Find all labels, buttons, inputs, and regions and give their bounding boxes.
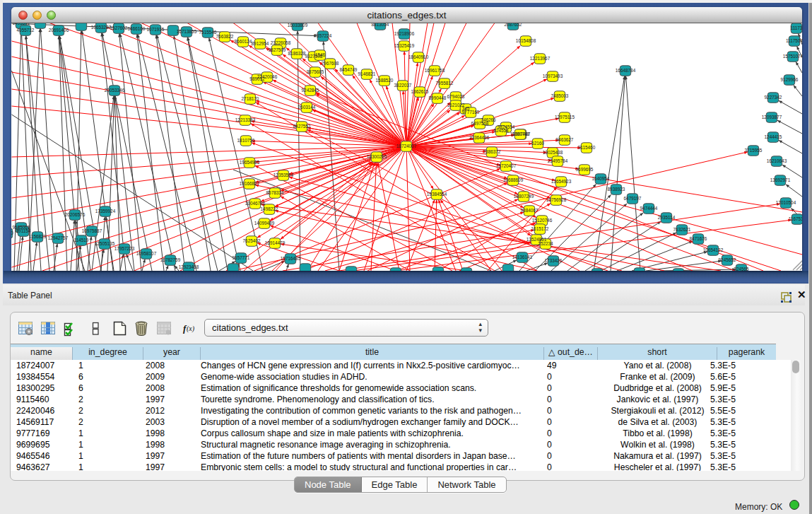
svg-text:16033809: 16033809 (288, 23, 308, 28)
svg-text:12505135: 12505135 (95, 241, 115, 246)
svg-text:9384067: 9384067 (521, 208, 539, 213)
svg-text:1810756: 1810756 (237, 138, 255, 143)
svg-text:9146821: 9146821 (358, 71, 376, 76)
svg-text:2967608: 2967608 (322, 61, 339, 66)
svg-text:1546: 1546 (315, 52, 326, 57)
svg-text:7485003: 7485003 (551, 93, 569, 98)
svg-text:7632621: 7632621 (673, 227, 691, 232)
svg-text:16210643: 16210643 (767, 158, 787, 163)
svg-text:624554: 624554 (493, 128, 509, 133)
svg-text:18724007: 18724007 (396, 144, 417, 148)
svg-text:3875685: 3875685 (307, 69, 324, 74)
svg-text:20364436: 20364436 (469, 135, 490, 140)
svg-text:9657771: 9657771 (233, 255, 250, 260)
svg-text:10807487: 10807487 (510, 132, 531, 136)
svg-text:10975887: 10975887 (82, 228, 102, 233)
svg-text:19654985: 19654985 (240, 160, 260, 165)
svg-text:15751074: 15751074 (783, 54, 802, 59)
svg-text:10046786: 10046786 (245, 201, 266, 206)
svg-text:16713855: 16713855 (177, 29, 197, 34)
svg-text:1071915: 1071915 (147, 27, 165, 32)
svg-text:19166827: 19166827 (240, 181, 260, 186)
svg-text:7515546: 7515546 (199, 30, 217, 35)
svg-text:14136141: 14136141 (512, 255, 533, 259)
svg-text:1588520: 1588520 (376, 78, 394, 83)
svg-text:9777169: 9777169 (462, 110, 480, 115)
svg-text:8912954: 8912954 (252, 41, 269, 46)
svg-text:16648784: 16648784 (616, 68, 636, 73)
svg-text:8990448: 8990448 (429, 95, 447, 100)
svg-text:8454749: 8454749 (340, 67, 358, 72)
svg-text:11173: 11173 (791, 25, 802, 30)
svg-text:18300295: 18300295 (367, 154, 387, 159)
svg-text:924565: 924565 (734, 267, 749, 271)
svg-text:4055712: 4055712 (17, 28, 35, 33)
svg-text:19384554: 19384554 (427, 192, 447, 197)
svg-text:8427552: 8427552 (293, 124, 311, 129)
svg-text:9827509: 9827509 (269, 47, 286, 52)
svg-text:1362615: 1362615 (411, 89, 429, 94)
svg-text:10025438: 10025438 (543, 150, 563, 155)
svg-text:6794028: 6794028 (447, 94, 465, 99)
svg-text:15720407: 15720407 (496, 163, 517, 168)
svg-text:17957223: 17957223 (114, 246, 135, 251)
svg-text:252234: 252234 (538, 241, 553, 246)
svg-text:1527602: 1527602 (110, 25, 128, 30)
svg-text:18807249: 18807249 (514, 194, 534, 199)
svg-text:10154808: 10154808 (516, 38, 536, 43)
svg-text:15716485: 15716485 (281, 256, 301, 261)
svg-text:12213967: 12213967 (530, 56, 551, 61)
svg-text:2935114: 2935114 (658, 215, 676, 220)
svg-text:23226058: 23226058 (271, 40, 291, 45)
svg-text:20053346: 20053346 (105, 88, 125, 93)
svg-text:9474444: 9474444 (640, 206, 658, 211)
svg-text:15120746: 15120746 (532, 218, 553, 223)
svg-text:7357224: 7357224 (314, 33, 332, 38)
svg-text:9227342: 9227342 (765, 95, 782, 100)
svg-text:1498222: 1498222 (261, 206, 278, 211)
svg-text:95850: 95850 (11, 230, 13, 235)
svg-text:9699695: 9699695 (576, 167, 594, 172)
svg-text:6466160: 6466160 (128, 26, 146, 31)
svg-text:16961758: 16961758 (425, 68, 445, 73)
svg-text:18640910: 18640910 (408, 54, 429, 59)
svg-text:9115460: 9115460 (578, 145, 596, 150)
svg-text:7625402: 7625402 (243, 238, 261, 243)
svg-text:22420046: 22420046 (257, 74, 278, 79)
svg-text:10958107: 10958107 (136, 251, 157, 256)
svg-text:23495784: 23495784 (548, 158, 568, 163)
svg-text:2718170: 2718170 (242, 96, 259, 101)
svg-text:7663822: 7663822 (216, 34, 234, 39)
svg-text:16914479: 16914479 (265, 240, 286, 245)
svg-text:9463627: 9463627 (556, 137, 574, 142)
svg-text:391154: 391154 (16, 228, 31, 233)
svg-text:3822037: 3822037 (394, 83, 412, 88)
svg-text:12923468: 12923468 (179, 264, 199, 269)
svg-text:20691406: 20691406 (49, 28, 69, 33)
svg-text:3715955: 3715955 (745, 148, 763, 153)
svg-text:10688609: 10688609 (503, 177, 524, 182)
svg-text:10973493: 10973493 (543, 74, 563, 78)
svg-text:10653287: 10653287 (91, 25, 112, 30)
svg-text:13692971: 13692971 (770, 177, 791, 182)
svg-text:16782759: 16782759 (160, 257, 181, 262)
svg-text:19218906: 19218906 (394, 31, 415, 36)
svg-text:12093877: 12093877 (762, 115, 782, 119)
svg-text:62160: 62160 (531, 141, 544, 146)
svg-text:1615172: 1615172 (531, 226, 549, 231)
svg-text:7386372: 7386372 (483, 149, 501, 154)
svg-text:14099489: 14099489 (254, 221, 275, 226)
svg-text:19756928: 19756928 (546, 197, 567, 202)
svg-text:1117504: 1117504 (786, 38, 802, 43)
svg-text:8938923: 8938923 (608, 187, 625, 192)
svg-text:13654923: 13654923 (551, 179, 572, 184)
svg-text:9242845: 9242845 (302, 88, 319, 93)
svg-text:9245652: 9245652 (719, 257, 736, 262)
svg-text:8660124: 8660124 (235, 39, 252, 44)
svg-text:2603144: 2603144 (298, 105, 316, 110)
svg-text:12942757: 12942757 (48, 235, 69, 240)
svg-text:(x): (x) (187, 325, 195, 333)
svg-text:20206576: 20206576 (65, 212, 86, 217)
svg-text:8471676: 8471676 (690, 236, 707, 241)
svg-text:1167533: 1167533 (789, 216, 802, 221)
